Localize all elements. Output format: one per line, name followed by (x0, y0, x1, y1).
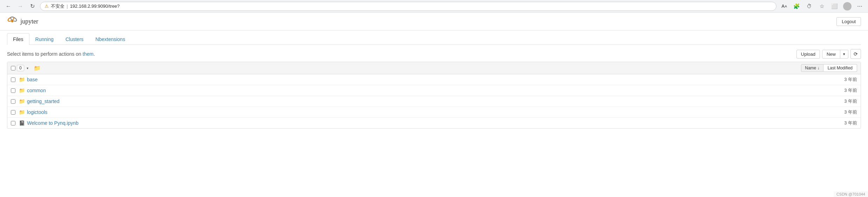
selected-count-badge: 0 (17, 65, 24, 71)
file-row: 📁 logictools 3 年前 (7, 107, 861, 118)
select-dropdown-button[interactable]: ▾ (26, 66, 29, 70)
extensions-button[interactable]: 🧩 (793, 2, 801, 11)
file-list: 0 ▾ 📁 Name ↓ Last Modified 📁 base 3 年前 📁 (7, 62, 861, 129)
status-bar: CSDN @701044 (834, 191, 868, 197)
reload-button[interactable]: ↻ (28, 2, 36, 11)
file-list-header: 0 ▾ 📁 Name ↓ Last Modified (7, 62, 861, 74)
row-checkbox-welcome[interactable] (11, 121, 15, 125)
tab-files[interactable]: Files (7, 33, 29, 45)
file-link-logictools[interactable]: logictools (27, 109, 47, 115)
tab-bar: Files Running Clusters Nbextensions (7, 30, 861, 45)
page-content: jupyter Logout Files Running Clusters Nb… (0, 13, 868, 197)
security-warning-icon: ⚠ (45, 4, 49, 9)
folder-icon-logictools: 📁 (19, 109, 25, 115)
notebook-icon-welcome: 📓 (19, 120, 25, 126)
svg-point-2 (11, 20, 13, 22)
forward-button[interactable]: → (16, 2, 25, 11)
address-separator: | (67, 4, 68, 9)
refresh-button[interactable]: ⟳ (850, 49, 861, 59)
tab-clusters[interactable]: Clusters (60, 33, 89, 45)
file-link-base[interactable]: base (27, 77, 38, 82)
folder-icon-getting-started: 📁 (19, 98, 25, 104)
tab-nbextensions[interactable]: Nbextensions (89, 33, 131, 45)
jupyter-logo-icon (7, 16, 18, 27)
favorites-button[interactable]: ☆ (818, 2, 826, 11)
file-row: 📁 common 3 年前 (7, 85, 861, 96)
header-name-col: Name ↓ Last Modified (801, 64, 857, 72)
name-sort-button[interactable]: Name ↓ (801, 64, 823, 72)
file-row: 📁 getting_started 3 年前 (7, 96, 861, 107)
page-header: jupyter Logout (0, 13, 868, 30)
file-time-getting-started: 3 年前 (844, 98, 857, 104)
browser-menu-button[interactable]: ··· (856, 2, 864, 10)
back-button[interactable]: ← (4, 2, 13, 11)
security-label: 不安全 (51, 3, 65, 9)
file-time-base: 3 年前 (844, 76, 857, 83)
header-folder-icon: 📁 (34, 65, 41, 72)
file-link-common[interactable]: common (27, 88, 46, 93)
tab-running[interactable]: Running (29, 33, 60, 45)
file-row: 📁 base 3 年前 (7, 74, 861, 85)
folder-icon-base: 📁 (19, 77, 25, 82)
new-button-group: New ▾ (822, 50, 848, 59)
toolbar-hint: Select items to perform actions on them. (7, 51, 95, 57)
url-text: 192.168.2.99:9090/tree? (70, 4, 120, 9)
logout-button[interactable]: Logout (836, 17, 861, 26)
last-modified-button[interactable]: Last Modified (823, 64, 857, 72)
new-button-caret[interactable]: ▾ (840, 50, 848, 58)
select-hint-period: . (94, 51, 95, 57)
select-hint-text: Select items to perform actions on (7, 51, 83, 57)
row-checkbox-common[interactable] (11, 88, 15, 93)
browser-actions: AA 🧩 ⏱ ☆ ⬜ ··· (780, 2, 864, 11)
collections-button[interactable]: ⬜ (830, 2, 839, 11)
select-all-checkbox[interactable] (11, 66, 15, 70)
select-hint-link[interactable]: them (83, 51, 94, 57)
address-bar[interactable]: ⚠ 不安全 | 192.168.2.99:9090/tree? (40, 2, 776, 11)
new-button[interactable]: New (822, 50, 840, 58)
history-button[interactable]: ⏱ (805, 2, 814, 11)
status-text: CSDN @701044 (836, 192, 865, 196)
logo: jupyter (7, 16, 38, 27)
main-area: Files Running Clusters Nbextensions Sele… (0, 30, 868, 129)
row-checkbox-getting-started[interactable] (11, 99, 15, 104)
profile-avatar[interactable] (843, 2, 852, 11)
header-checkbox-area: 0 ▾ (11, 65, 29, 71)
upload-button[interactable]: Upload (796, 50, 820, 59)
file-time-logictools: 3 年前 (844, 109, 857, 115)
file-link-welcome[interactable]: Welcome to Pynq.ipynb (27, 120, 79, 126)
file-link-getting-started[interactable]: getting_started (27, 98, 60, 104)
files-toolbar: Select items to perform actions on them.… (7, 45, 861, 62)
folder-icon-common: 📁 (19, 88, 25, 93)
file-row: 📓 Welcome to Pynq.ipynb 3 年前 (7, 118, 861, 128)
toolbar-right: Upload New ▾ ⟳ (796, 49, 861, 59)
file-time-welcome: 3 年前 (844, 120, 857, 126)
font-size-button[interactable]: AA (780, 2, 788, 11)
row-checkbox-base[interactable] (11, 77, 15, 82)
row-checkbox-logictools[interactable] (11, 110, 15, 115)
logo-text: jupyter (20, 18, 38, 25)
browser-chrome: ← → ↻ ⚠ 不安全 | 192.168.2.99:9090/tree? AA… (0, 0, 868, 13)
file-time-common: 3 年前 (844, 87, 857, 94)
